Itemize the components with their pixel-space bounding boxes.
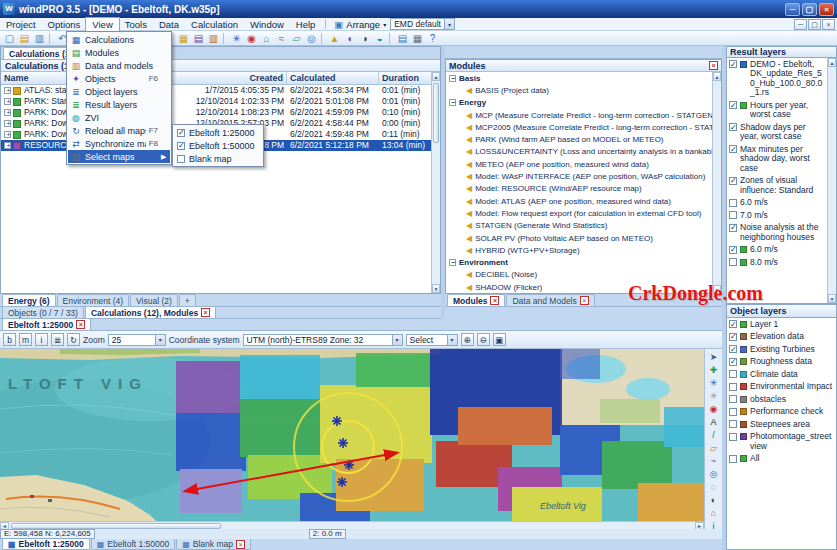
result-layer-item[interactable]: Max minutes per shadow day, worst case <box>727 143 827 175</box>
zoom-select[interactable]: 25 ▾ <box>108 334 166 346</box>
map-horizontal-scrollbar[interactable]: ◄ ► <box>0 521 704 529</box>
module-item[interactable]: PARK (Wind farm AEP based on MODEL or ME… <box>446 133 721 145</box>
map-tool-house[interactable]: ⌂ <box>706 506 721 519</box>
module-item[interactable]: Model: Flow request export (for calculat… <box>446 207 721 219</box>
scroll-down-icon[interactable]: ▼ <box>828 294 836 303</box>
module-item[interactable]: SOLAR PV (Photo Voltaic AEP based on MET… <box>446 232 721 244</box>
zoom-extent-button[interactable]: ▣ <box>493 333 506 346</box>
tab[interactable]: Data and Models× <box>506 294 594 306</box>
row-expander-icon[interactable] <box>4 131 11 138</box>
row-expander-icon[interactable] <box>4 98 11 105</box>
map-tab[interactable]: ▦ Ebeltoft 1:25000× <box>2 539 90 550</box>
checkbox[interactable] <box>729 145 737 153</box>
modules-scrollbar[interactable]: ▲ ▼ <box>712 72 721 294</box>
tab[interactable]: Objects (0 / 7 / 33)× <box>2 306 84 318</box>
result-layer-item[interactable]: 6.0 m/s <box>727 244 827 257</box>
checkbox[interactable] <box>729 258 737 266</box>
visual-icon[interactable]: ◒ <box>372 32 387 45</box>
maximize-button[interactable]: ▢ <box>802 3 817 16</box>
submenu-item[interactable]: Ebeltoft 1:25000 <box>174 126 262 139</box>
child-minimize-button[interactable]: ─ <box>794 19 807 30</box>
checkbox[interactable] <box>729 455 737 463</box>
view-menu-item[interactable]: ▤ Modules <box>68 46 170 59</box>
map-tool-noise[interactable]: ◌ <box>706 480 721 493</box>
checkbox[interactable] <box>729 199 737 207</box>
map-tool-pan[interactable]: ✚ <box>706 363 721 376</box>
menu-item[interactable]: View <box>86 18 118 31</box>
result-layer-item[interactable]: 8.0 m/s <box>727 256 827 269</box>
coordinate-system-select[interactable]: UTM (north)-ETRS89 Zone: 32 ▾ <box>243 334 403 346</box>
checkbox[interactable] <box>729 320 737 328</box>
result-layer-item[interactable]: Shadow days per year, worst case <box>727 121 827 143</box>
checkbox[interactable] <box>729 123 737 131</box>
view-menu-item[interactable]: ↻ Reload all maps F7 <box>68 124 170 137</box>
child-restore-button[interactable]: ▢ <box>808 19 821 30</box>
map-refresh-button[interactable]: ↻ <box>67 333 80 346</box>
print-icon[interactable]: ▦ <box>410 32 425 45</box>
wtg-icon[interactable]: ✳ <box>229 32 244 45</box>
row-expander-icon[interactable] <box>4 109 11 116</box>
map-tool-area[interactable]: ▱ <box>706 441 721 454</box>
calculations-icon[interactable]: ▦ <box>176 32 191 45</box>
tab[interactable]: Modules× <box>447 294 505 306</box>
checkbox[interactable] <box>729 345 737 353</box>
module-item[interactable]: STATGEN (Generate Wind Statistics) <box>446 220 721 232</box>
child-close-button[interactable]: × <box>822 19 835 30</box>
meteo-icon[interactable]: ◉ <box>244 32 259 45</box>
tab[interactable]: Energy (6)× <box>2 294 56 306</box>
tab-map-ebeltoft-25000[interactable]: Ebeltoft 1:25000 × <box>2 318 91 330</box>
module-item[interactable]: DECIBEL (Noise) <box>446 269 721 281</box>
checkbox[interactable] <box>729 395 737 403</box>
zoom-in-button[interactable]: ⊕ <box>461 333 474 346</box>
map-tool-camera[interactable]: ◎ <box>706 467 721 480</box>
arrange-button[interactable]: ▣ Arrange ▾ <box>330 19 390 30</box>
object-layer-item[interactable]: Steepnees area <box>727 418 836 431</box>
map-tool-line[interactable]: / <box>706 428 721 441</box>
tree-collapse-icon[interactable] <box>449 259 456 266</box>
close-button[interactable]: × <box>819 3 834 16</box>
close-tab-icon[interactable]: × <box>201 308 210 317</box>
module-item[interactable]: Model: RESOURCE (Wind/AEP resource map) <box>446 183 721 195</box>
scroll-up-icon[interactable]: ▲ <box>432 72 440 81</box>
view-menu-item[interactable]: ▦ Calculations <box>68 33 170 46</box>
column-duration[interactable]: Duration <box>379 72 433 84</box>
view-menu-item[interactable]: ≣ Object layers <box>68 85 170 98</box>
checkbox[interactable] <box>729 177 737 185</box>
toolbar-separator[interactable] <box>389 33 393 44</box>
help-icon[interactable]: ? <box>425 32 440 45</box>
select-mode-select[interactable]: Select ▾ <box>406 334 458 346</box>
view-menu-item[interactable]: ▧ Select maps ▶ <box>68 150 170 163</box>
data-models-icon[interactable]: ▥ <box>206 32 221 45</box>
report-icon[interactable]: ▤ <box>395 32 410 45</box>
checkbox[interactable] <box>729 211 737 219</box>
column-calculated[interactable]: Calculated <box>287 72 379 84</box>
object-layer-item[interactable]: All <box>727 453 836 466</box>
view-menu-item[interactable]: ✦ Objects F6 <box>68 72 170 85</box>
map-tool-pointer[interactable]: ➤ <box>706 350 721 363</box>
module-item[interactable]: Environment <box>446 256 721 268</box>
close-tab-icon[interactable]: × <box>76 320 85 329</box>
scrollbar-track[interactable] <box>221 522 695 529</box>
checkbox[interactable] <box>729 420 737 428</box>
result-layer-item[interactable]: DEMO - Ebeltoft, DK_update_Res_50_Hub_10… <box>727 58 827 99</box>
map-tool-new-wtg[interactable]: ✳ <box>706 376 721 389</box>
result-layer-item[interactable]: Hours per year, worst case <box>727 99 827 121</box>
save-project-icon[interactable]: ▥ <box>32 32 47 45</box>
menu-item[interactable]: Tools <box>119 18 153 31</box>
checkbox[interactable] <box>729 358 737 366</box>
menu-item[interactable]: Help <box>290 18 322 31</box>
decibel-icon[interactable]: ◖ <box>342 32 357 45</box>
map-tool-existing-wtg[interactable]: ✳ <box>706 389 721 402</box>
open-project-icon[interactable]: ▤ <box>17 32 32 45</box>
energy-icon[interactable]: ▲ <box>327 32 342 45</box>
object-layer-item[interactable]: Layer 1 <box>727 318 836 331</box>
object-layer-item[interactable]: Existing Turbines <box>727 343 836 356</box>
checkbox[interactable] <box>729 408 737 416</box>
tab[interactable]: Environment (4)× <box>57 294 129 306</box>
menu-item[interactable]: Options <box>42 18 87 31</box>
tab[interactable]: Visual (2)× <box>130 294 178 306</box>
map-tab[interactable]: ▦ Ebeltoft 1:50000× <box>91 539 175 550</box>
line-object-icon[interactable]: ≈ <box>274 32 289 45</box>
profile-select[interactable]: EMD default ▾ <box>390 18 455 30</box>
checkbox[interactable] <box>729 383 737 391</box>
